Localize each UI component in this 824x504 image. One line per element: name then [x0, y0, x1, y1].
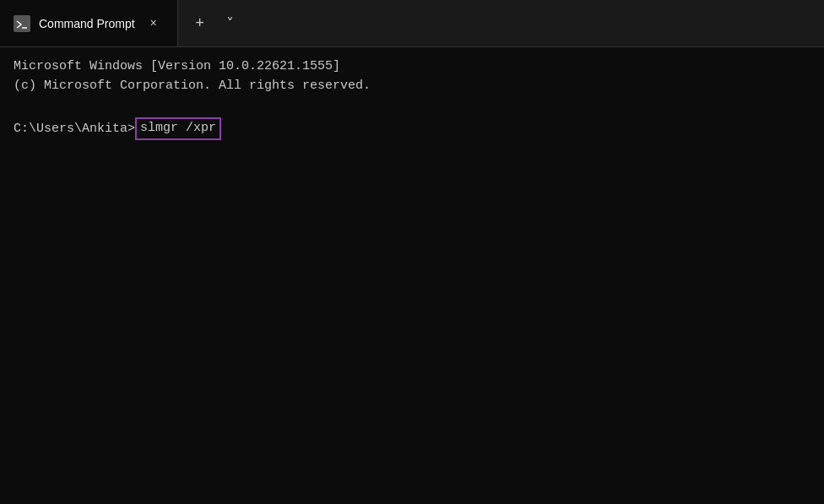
- prompt-text: C:\Users\Ankita>: [14, 122, 135, 136]
- terminal-body: Microsoft Windows [Version 10.0.22621.15…: [0, 47, 824, 504]
- close-tab-button[interactable]: ×: [144, 14, 164, 34]
- blank-line: [14, 95, 810, 114]
- terminal-line-2: (c) Microsoft Corporation. All rights re…: [14, 77, 810, 96]
- terminal-icon: [14, 15, 30, 32]
- svg-rect-0: [14, 15, 30, 32]
- dropdown-button[interactable]: ˅: [215, 8, 246, 39]
- title-bar-actions: + ˅: [178, 0, 252, 46]
- command-text[interactable]: slmgr /xpr: [135, 117, 221, 140]
- prompt-line: C:\Users\Ankita> slmgr /xpr: [14, 117, 810, 140]
- title-bar: Command Prompt × + ˅: [0, 0, 824, 47]
- terminal-line-1: Microsoft Windows [Version 10.0.22621.15…: [14, 57, 810, 77]
- terminal-tab[interactable]: Command Prompt ×: [0, 0, 178, 46]
- new-tab-button[interactable]: +: [185, 8, 215, 39]
- tab-label: Command Prompt: [39, 17, 135, 30]
